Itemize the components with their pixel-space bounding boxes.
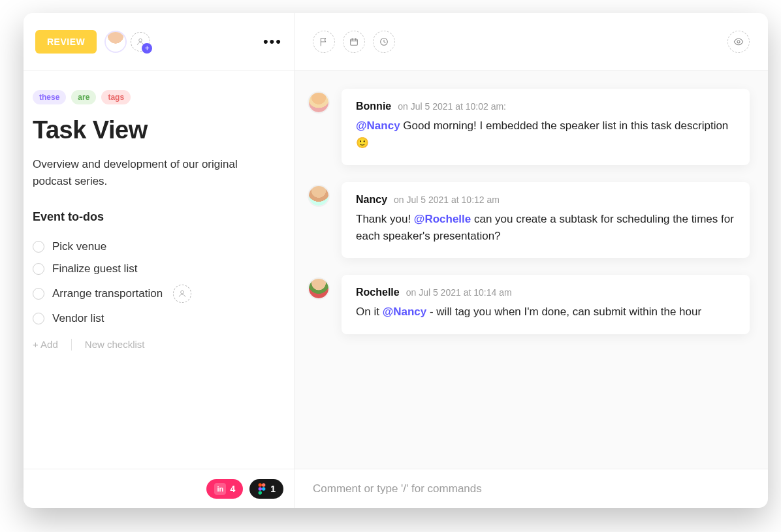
tag[interactable]: tags bbox=[101, 90, 131, 104]
checkbox[interactable] bbox=[33, 241, 44, 253]
svg-point-7 bbox=[259, 487, 262, 490]
svg-point-5 bbox=[259, 483, 262, 486]
checklist-item-label: Pick venue bbox=[52, 240, 106, 253]
add-assignee-button[interactable]: + bbox=[131, 32, 150, 52]
new-checklist-button[interactable]: New checklist bbox=[85, 339, 145, 350]
checklist-item-label: Vendor list bbox=[52, 312, 104, 325]
comment-body: On it @Nancy - will tag you when I'm don… bbox=[356, 304, 735, 321]
comment-timestamp: on Jul 5 2021 at 10:02 am: bbox=[398, 101, 506, 112]
comment-timestamp: on Jul 5 2021 at 10:12 am bbox=[394, 195, 500, 205]
svg-point-9 bbox=[259, 491, 262, 494]
figma-count: 1 bbox=[270, 484, 276, 494]
mention[interactable]: @Nancy bbox=[383, 305, 427, 318]
assignee-avatar[interactable] bbox=[106, 32, 125, 52]
divider bbox=[71, 339, 72, 351]
svg-rect-1 bbox=[351, 39, 358, 45]
comment-avatar[interactable] bbox=[309, 93, 328, 112]
svg-point-8 bbox=[262, 487, 265, 490]
comment: Nancyon Jul 5 2021 at 10:12 amThank you!… bbox=[309, 182, 750, 258]
mention[interactable]: @Rochelle bbox=[414, 213, 471, 225]
more-menu-button[interactable]: ••• bbox=[263, 33, 282, 50]
eye-icon bbox=[733, 37, 744, 47]
checklist-item[interactable]: Pick venue bbox=[33, 236, 277, 258]
person-icon bbox=[178, 289, 187, 298]
checklist-item-label: Finalize guest list bbox=[52, 262, 137, 275]
checklist-title: Event to-dos bbox=[33, 210, 277, 224]
checkbox[interactable] bbox=[33, 288, 44, 300]
checkbox[interactable] bbox=[33, 313, 44, 324]
task-title[interactable]: Task View bbox=[33, 116, 277, 144]
tag[interactable]: are bbox=[71, 90, 96, 104]
comment-avatar[interactable] bbox=[309, 279, 328, 298]
flag-icon bbox=[319, 37, 329, 47]
checklist-item[interactable]: Finalize guest list bbox=[33, 258, 277, 280]
comment-bubble: Bonnieon Jul 5 2021 at 10:02 am:@Nancy G… bbox=[342, 89, 750, 165]
comment-avatar[interactable] bbox=[309, 186, 328, 206]
assign-button[interactable] bbox=[173, 285, 191, 303]
checkbox[interactable] bbox=[33, 263, 44, 275]
comment-body: @Nancy Good morning! I embedded the spea… bbox=[356, 117, 735, 152]
mention[interactable]: @Nancy bbox=[356, 119, 400, 132]
figma-icon bbox=[257, 483, 266, 495]
status-pill[interactable]: REVIEW bbox=[35, 30, 97, 54]
checklist-item-label: Arrange transportation bbox=[52, 287, 163, 300]
svg-point-0 bbox=[139, 39, 142, 42]
watch-button[interactable] bbox=[727, 31, 750, 53]
date-button[interactable] bbox=[343, 31, 365, 53]
time-button[interactable] bbox=[373, 31, 395, 53]
priority-button[interactable] bbox=[313, 31, 335, 53]
comment-author: Bonnie bbox=[356, 101, 391, 112]
invision-count: 4 bbox=[230, 484, 235, 494]
comment: Rochelleon Jul 5 2021 at 10:14 amOn it @… bbox=[309, 275, 750, 334]
emoji-icon: 🙂 bbox=[356, 137, 369, 148]
plus-icon: + bbox=[142, 43, 152, 54]
comment-body: Thank you! @Rochelle can you create a su… bbox=[356, 211, 735, 245]
comment-author: Nancy bbox=[356, 194, 387, 206]
svg-point-6 bbox=[262, 483, 265, 486]
comment-bubble: Rochelleon Jul 5 2021 at 10:14 amOn it @… bbox=[342, 275, 750, 334]
checklist-item[interactable]: Vendor list bbox=[33, 307, 277, 330]
invision-icon: in bbox=[214, 483, 226, 495]
svg-point-4 bbox=[181, 290, 184, 294]
calendar-icon bbox=[349, 37, 359, 47]
comment-bubble: Nancyon Jul 5 2021 at 10:12 amThank you!… bbox=[342, 182, 750, 258]
comment-timestamp: on Jul 5 2021 at 10:14 am bbox=[406, 287, 512, 298]
comment: Bonnieon Jul 5 2021 at 10:02 am:@Nancy G… bbox=[309, 89, 750, 165]
checklist-item[interactable]: Arrange transportation bbox=[33, 280, 277, 307]
tag[interactable]: these bbox=[33, 90, 66, 104]
add-checklist-item-button[interactable]: + Add bbox=[33, 339, 58, 350]
svg-point-3 bbox=[737, 40, 740, 43]
task-description[interactable]: Overview and development of our original… bbox=[33, 156, 242, 191]
figma-attachments-pill[interactable]: 1 bbox=[249, 479, 283, 499]
comment-input[interactable] bbox=[313, 482, 750, 495]
comment-author: Rochelle bbox=[356, 287, 400, 298]
invision-attachments-pill[interactable]: in 4 bbox=[206, 479, 243, 499]
clock-icon bbox=[379, 37, 389, 47]
